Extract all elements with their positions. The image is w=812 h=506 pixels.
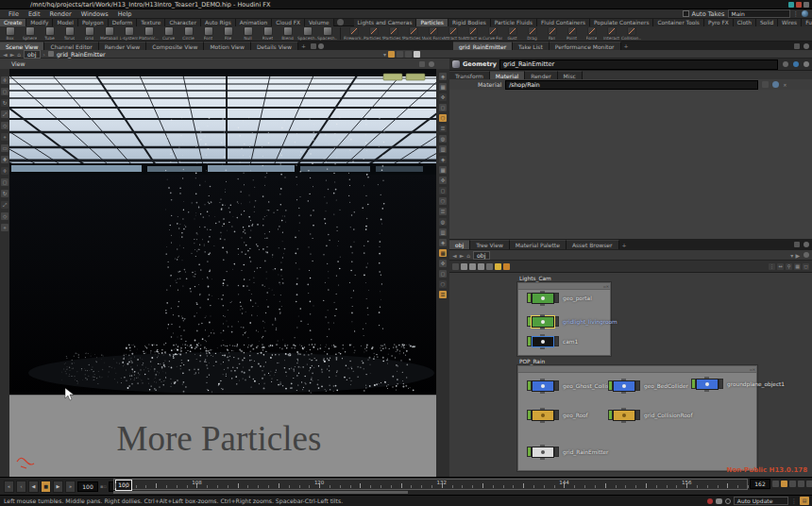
pane-tab-composite-view[interactable]: Composite View [146, 42, 204, 51]
play-reverse-button[interactable]: ◀ [28, 481, 39, 493]
net-split-icon[interactable] [794, 242, 800, 247]
shelf-tool-particles-f-[interactable]: Particles f... [403, 27, 423, 41]
shelf-tool-gust[interactable]: Gust [502, 27, 522, 41]
network-toolbar-icon[interactable]: ⋮ [769, 263, 775, 270]
viewport-toolbar-icon[interactable]: ✛ [1, 76, 8, 84]
viewport-toolbar-icon[interactable]: ☰ [439, 125, 447, 132]
viewport-menu-icon[interactable] [429, 61, 434, 67]
net-play-icon[interactable]: ▶ [795, 252, 800, 259]
viewport-flag-button-2[interactable] [406, 74, 425, 80]
update-mode-selector[interactable]: Auto Update [734, 497, 788, 505]
node-gridlight-livingroom[interactable]: gridlight_livingroom [527, 316, 617, 327]
network-toolbar-icon[interactable] [486, 263, 493, 270]
material-path-field[interactable]: /shop/Rain [505, 80, 758, 90]
update-mode-menu-icon[interactable]: ⋮ [791, 498, 797, 504]
open-floating-icon[interactable] [772, 81, 779, 88]
shelf-tool-firework-[interactable]: Firework... [344, 27, 364, 41]
add-pane-tab-icon[interactable]: + [298, 42, 309, 49]
pin-icon[interactable] [804, 61, 809, 67]
net-back-icon[interactable]: ◄ [452, 252, 457, 259]
window-minimize-icon[interactable] [788, 2, 794, 8]
pane-menu-icon-2[interactable] [804, 43, 809, 49]
shelf-tool-point[interactable]: Point [562, 27, 582, 41]
shelf-tab-volume[interactable]: Volume [305, 19, 334, 26]
take-selector[interactable]: Main [728, 9, 790, 18]
shelf-tool-force[interactable]: Force [582, 27, 601, 41]
viewport-toolbar-icon[interactable]: ◻ [439, 187, 447, 194]
shelf-tool-font[interactable]: Font [198, 27, 218, 41]
viewport-toolbar-icon[interactable]: ⬡ [439, 114, 447, 122]
pane-split-icon[interactable] [311, 43, 316, 49]
path-dropdown-icon[interactable]: ▾ [383, 51, 386, 58]
shelf-tool-circle[interactable]: Circle [178, 27, 198, 41]
shelf-tool-metaball[interactable]: Metaball [99, 27, 119, 41]
shelf-tool-particles-f-[interactable]: Particles f... [383, 27, 403, 41]
network-tab-tree-view[interactable]: Tree View [470, 240, 510, 249]
snapshot-icon[interactable] [388, 51, 395, 58]
viewport-toolbar-icon[interactable]: ☰ [439, 291, 447, 298]
network-tab-obj[interactable]: obj [449, 240, 470, 249]
viewport-toolbar-icon[interactable]: ⌖ [1, 224, 8, 231]
playbar-options-icon-4[interactable] [798, 481, 804, 487]
shelf-tab-fur[interactable]: Fur [802, 19, 812, 26]
memory-manager-icon[interactable]: ▤ [800, 497, 809, 505]
window-close-icon[interactable] [796, 2, 802, 8]
node-geo-bedcollider[interactable]: geo_BedCollider [608, 380, 688, 391]
net-forward-icon[interactable]: ► [460, 252, 465, 259]
window-menu-icon[interactable] [804, 2, 809, 8]
viewport-toolbar-icon[interactable]: ◈ [439, 156, 447, 163]
viewport-toolbar-icon[interactable]: ⌖ [1, 133, 8, 141]
network-toolbar-icon[interactable]: ⚲ [786, 263, 792, 270]
viewport-toolbar-icon[interactable]: ◈ [439, 239, 447, 246]
shelf-tool-attract-to-[interactable]: Attract to... [443, 27, 463, 41]
node-cam1[interactable]: cam1 [527, 336, 578, 346]
shelf-tool-blend[interactable]: Blend [278, 27, 297, 41]
viewport-toolbar-icon[interactable]: ▭ [1, 144, 8, 152]
network-toolbar-icon[interactable] [452, 263, 459, 270]
add-network-tab-icon[interactable]: + [619, 242, 630, 248]
go-start-button[interactable]: « [4, 481, 14, 493]
shelf-tool-box[interactable]: Box [0, 27, 20, 41]
pane-tab-performance-monitor[interactable]: Performance Monitor [550, 42, 621, 51]
play-button[interactable]: ▶ [53, 481, 63, 493]
viewport-toolbar-icon[interactable]: ⬡ [439, 280, 447, 288]
viewport-toolbar-icon[interactable]: ✛ [1, 167, 8, 175]
shelf-tab-solid[interactable]: Solid [756, 19, 778, 26]
menu-windows[interactable]: Windows [76, 10, 113, 18]
viewport-toolbar-icon[interactable]: ◇ [1, 212, 8, 220]
shelf-tool-grid[interactable]: Grid [79, 27, 99, 41]
add-pane-tab-icon-2[interactable]: + [621, 42, 632, 49]
shelf-tab-pyro-fx[interactable]: Pyro FX [704, 19, 734, 26]
characters-icon[interactable] [405, 51, 412, 58]
shelf-tab-modify[interactable]: Modify [26, 19, 53, 26]
shelf-tab-model[interactable]: Model [53, 19, 77, 26]
viewport-toolbar-icon[interactable]: ◇ [1, 122, 8, 129]
shelf-tool-rivet[interactable]: Rivet [258, 27, 278, 41]
clear-icon[interactable]: ✕ [783, 82, 787, 88]
path-root-chip[interactable]: obj [24, 50, 40, 59]
viewport-toolbar-icon[interactable]: ✚ [1, 156, 8, 163]
refresh-icon[interactable] [397, 51, 403, 58]
shelf-tool-spacesh-[interactable]: Spacesh... [297, 27, 317, 41]
pane-tab-render-view[interactable]: Render View [99, 42, 147, 51]
viewport-toolbar-icon[interactable]: ◻ [1, 178, 8, 186]
viewport-toolbar-icon[interactable]: ▥ [439, 145, 447, 153]
shelf-tool-platonic-[interactable]: Platonic... [139, 27, 159, 41]
shelf-tab-auto-rigs[interactable]: Auto Rigs [201, 19, 236, 26]
pane-tab-grid-rainemitter[interactable]: grid_RainEmitter [453, 42, 513, 51]
node-chooser-icon[interactable] [762, 81, 769, 88]
network-canvas[interactable]: Lights_Cam ▫✕ geo_portal gridlight_livin… [449, 273, 812, 477]
pane-tab-motion-view[interactable]: Motion View [204, 42, 251, 51]
net-gear-icon[interactable] [804, 252, 809, 258]
pane-split-icon-2[interactable] [794, 43, 800, 49]
viewport-toolbar-icon[interactable]: ◻ [439, 270, 447, 278]
viewport-layout-icon[interactable] [419, 61, 425, 67]
network-toolbar-icon[interactable] [461, 263, 467, 270]
path-node-name[interactable]: grid_RainEmitter [57, 51, 106, 58]
shelf-tab-fluid-containers[interactable]: Fluid Containers [537, 19, 590, 26]
viewport-toolbar-icon[interactable]: ◻ [1, 88, 8, 95]
pane-tab-take-list[interactable]: Take List [513, 42, 550, 51]
shelf-tool-axis-force[interactable]: Axis Force [423, 27, 443, 41]
message-icon[interactable] [716, 498, 722, 504]
display-options-icon[interactable] [414, 51, 420, 58]
